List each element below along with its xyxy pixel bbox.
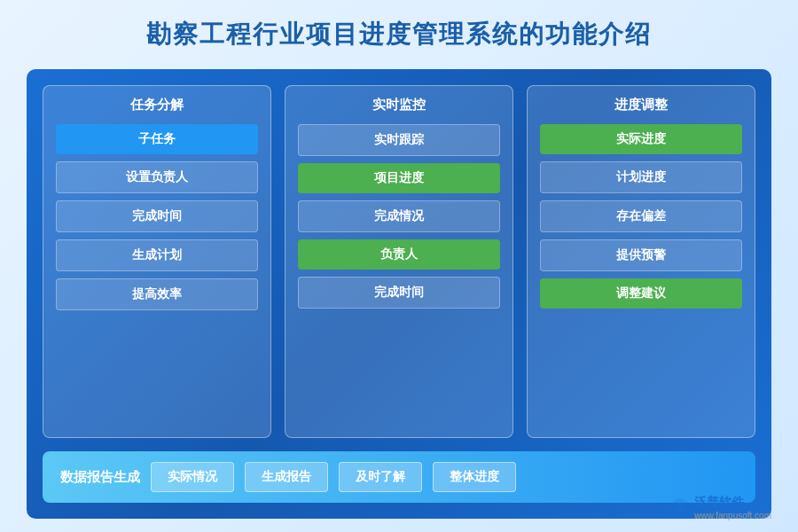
column-2-item-1[interactable]: 计划进度: [540, 161, 742, 193]
brand-url: www.fanpusoft.com: [694, 510, 771, 521]
column-header-0: 任务分解: [56, 97, 258, 113]
column-0-item-1[interactable]: 设置负责人: [56, 161, 258, 193]
column-1-item-3[interactable]: 负责人: [298, 239, 500, 270]
bottom-btn-2[interactable]: 及时了解: [339, 462, 422, 492]
bottom-bar-label: 数据报告生成: [60, 469, 140, 486]
logo-text: 泛普软件 www.fanpusoft.com: [694, 494, 771, 521]
page-wrapper: 勘察工程行业项目进度管理系统的功能介绍 任务分解子任务设置负责人完成时间生成计划…: [0, 0, 798, 532]
bottom-btn-3[interactable]: 整体进度: [433, 462, 516, 492]
column-header-2: 进度调整: [540, 97, 742, 113]
column-1-item-0[interactable]: 实时跟踪: [298, 124, 500, 156]
logo-icon: 泛: [670, 497, 690, 517]
column-0: 任务分解子任务设置负责人完成时间生成计划提高效率: [43, 85, 271, 438]
columns-row: 任务分解子任务设置负责人完成时间生成计划提高效率实时监控实时跟踪项目进度完成情况…: [43, 85, 755, 438]
column-1: 实时监控实时跟踪项目进度完成情况负责人完成时间: [285, 85, 513, 438]
column-1-item-4[interactable]: 完成时间: [298, 277, 500, 309]
column-1-item-2[interactable]: 完成情况: [298, 200, 500, 232]
bottom-bar: 数据报告生成实际情况生成报告及时了解整体进度: [43, 451, 755, 503]
column-0-item-2[interactable]: 完成时间: [56, 200, 258, 232]
column-0-item-4[interactable]: 提高效率: [56, 278, 258, 310]
bottom-btn-1[interactable]: 生成报告: [245, 462, 328, 492]
logo-area: 泛 泛普软件 www.fanpusoft.com: [670, 494, 771, 521]
column-2-item-4[interactable]: 调整建议: [540, 278, 742, 309]
column-0-item-3[interactable]: 生成计划: [56, 239, 258, 271]
column-2-item-0[interactable]: 实际进度: [540, 124, 742, 154]
svg-text:泛: 泛: [676, 503, 685, 512]
content-area: 任务分解子任务设置负责人完成时间生成计划提高效率实时监控实时跟踪项目进度完成情况…: [27, 69, 771, 519]
column-2: 进度调整实际进度计划进度存在偏差提供预警调整建议: [527, 85, 755, 438]
main-title: 勘察工程行业项目进度管理系统的功能介绍: [146, 18, 652, 51]
column-2-item-3[interactable]: 提供预警: [540, 239, 742, 271]
column-2-item-2[interactable]: 存在偏差: [540, 200, 742, 232]
brand-name: 泛普软件: [694, 494, 771, 510]
column-1-item-1[interactable]: 项目进度: [298, 163, 500, 193]
bottom-btn-0[interactable]: 实际情况: [151, 462, 234, 492]
column-0-item-0[interactable]: 子任务: [56, 124, 258, 154]
column-header-1: 实时监控: [298, 97, 500, 113]
